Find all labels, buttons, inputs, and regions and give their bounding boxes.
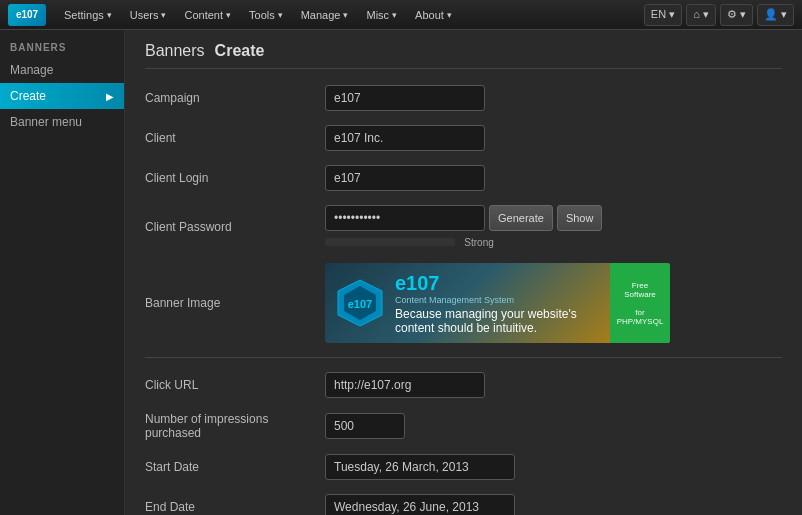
main-layout: BANNERS Manage Create ▶ Banner menu Bann… <box>0 30 802 515</box>
password-group: Generate Show Strong <box>325 205 602 249</box>
banner-text: e107 Content Management System Because m… <box>395 272 577 335</box>
home-button[interactable]: ⌂ ▾ <box>686 4 716 26</box>
page-subtitle: Create <box>215 42 265 60</box>
chevron-down-icon: ▾ <box>278 10 283 20</box>
client-login-row: Client Login <box>145 165 782 191</box>
nav-users[interactable]: Users ▾ <box>122 0 175 30</box>
password-input-row: Generate Show <box>325 205 602 231</box>
svg-text:e107: e107 <box>348 298 372 310</box>
nav-content[interactable]: Content ▾ <box>176 0 239 30</box>
content-area: Banners Create Campaign Client Client Lo… <box>125 30 802 515</box>
start-date-row: Start Date <box>145 454 782 480</box>
client-row: Client <box>145 125 782 151</box>
end-date-label: End Date <box>145 500 325 514</box>
nav-misc[interactable]: Misc ▾ <box>358 0 405 30</box>
start-date-input[interactable] <box>325 454 515 480</box>
client-login-label: Client Login <box>145 171 325 185</box>
banner-image-label: Banner Image <box>145 296 325 310</box>
nav-tools[interactable]: Tools ▾ <box>241 0 291 30</box>
chevron-down-icon: ▾ <box>226 10 231 20</box>
user-button[interactable]: 👤 ▾ <box>757 4 794 26</box>
banner-free-label: Free Software for PHP/MYSQL <box>610 263 670 343</box>
start-date-label: Start Date <box>145 460 325 474</box>
chevron-down-icon: ▾ <box>107 10 112 20</box>
arrow-right-icon: ▶ <box>106 91 114 102</box>
chevron-down-icon: ▾ <box>392 10 397 20</box>
chevron-down-icon: ▾ <box>343 10 348 20</box>
chevron-down-icon: ▾ <box>447 10 452 20</box>
settings-button[interactable]: ⚙ ▾ <box>720 4 753 26</box>
generate-button[interactable]: Generate <box>489 205 553 231</box>
end-date-row: End Date <box>145 494 782 515</box>
page-title: Banners <box>145 42 205 60</box>
nav-manage[interactable]: Manage ▾ <box>293 0 357 30</box>
banner-brand-name: e107 <box>395 272 577 295</box>
click-url-row: Click URL <box>145 372 782 398</box>
client-login-input[interactable] <box>325 165 485 191</box>
banner-sub-text: Content Management System <box>395 295 577 305</box>
client-password-row: Client Password Generate Show Strong <box>145 205 782 249</box>
password-strength-wrap: Strong <box>325 235 602 249</box>
nav-settings[interactable]: Settings ▾ <box>56 0 120 30</box>
banner-inner-left: e107 e107 Content Management System Beca… <box>325 263 610 343</box>
campaign-row: Campaign <box>145 85 782 111</box>
nav-right: EN ▾ ⌂ ▾ ⚙ ▾ 👤 ▾ <box>644 4 794 26</box>
sidebar-item-banner-menu[interactable]: Banner menu <box>0 109 124 135</box>
client-password-input[interactable] <box>325 205 485 231</box>
language-button[interactable]: EN ▾ <box>644 4 682 26</box>
campaign-input[interactable] <box>325 85 485 111</box>
divider <box>145 357 782 358</box>
banner-image-row: Banner Image e107 e107 Content Managemen… <box>145 263 782 343</box>
page-header: Banners Create <box>145 42 782 69</box>
navbar: e107 Settings ▾ Users ▾ Content ▾ Tools … <box>0 0 802 30</box>
client-input[interactable] <box>325 125 485 151</box>
sidebar: BANNERS Manage Create ▶ Banner menu <box>0 30 125 515</box>
client-password-label: Client Password <box>145 220 325 234</box>
brand-logo: e107 <box>8 4 46 26</box>
sidebar-item-manage[interactable]: Manage <box>0 57 124 83</box>
client-label: Client <box>145 131 325 145</box>
strength-label: Strong <box>464 237 493 248</box>
sidebar-header: BANNERS <box>0 38 124 57</box>
strength-bar-outer <box>325 238 455 246</box>
banner-logo-hex: e107 <box>335 278 385 328</box>
click-url-label: Click URL <box>145 378 325 392</box>
impressions-row: Number of impressions purchased <box>145 412 782 440</box>
brand: e107 <box>8 4 46 26</box>
chevron-down-icon: ▾ <box>161 10 166 20</box>
campaign-label: Campaign <box>145 91 325 105</box>
impressions-input[interactable] <box>325 413 405 439</box>
banner-slogan: Because managing your website's content … <box>395 307 577 335</box>
impressions-label: Number of impressions purchased <box>145 412 325 440</box>
end-date-input[interactable] <box>325 494 515 515</box>
nav-about[interactable]: About ▾ <box>407 0 460 30</box>
show-button[interactable]: Show <box>557 205 603 231</box>
click-url-input[interactable] <box>325 372 485 398</box>
sidebar-item-create[interactable]: Create ▶ <box>0 83 124 109</box>
banner-image-preview: e107 e107 Content Management System Beca… <box>325 263 670 343</box>
